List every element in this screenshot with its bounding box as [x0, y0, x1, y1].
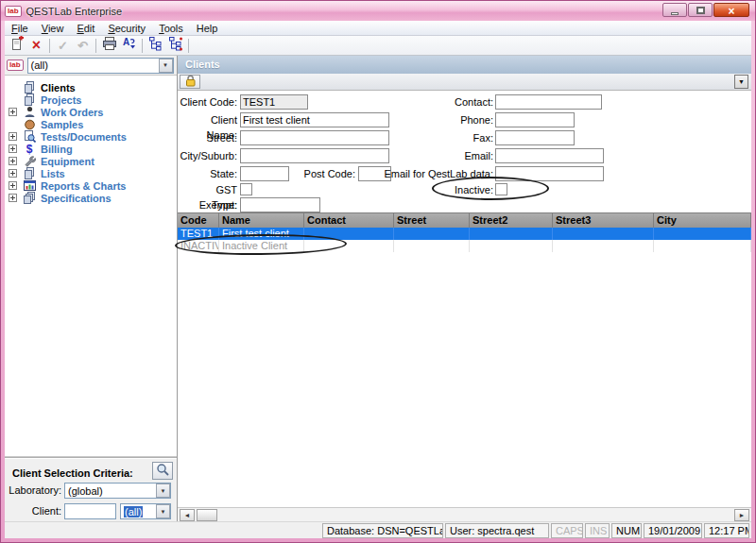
cell-city: [654, 240, 751, 252]
cell-city: [654, 228, 751, 240]
state-input[interactable]: [240, 166, 289, 181]
new-record-button[interactable]: [7, 37, 26, 55]
print-button[interactable]: [99, 37, 119, 55]
sort-icon: A: [122, 36, 137, 55]
column-header-name[interactable]: Name: [219, 213, 304, 228]
undo-icon: [77, 37, 88, 54]
grid-header-row: Code Name Contact Street Street2 Street3…: [178, 213, 751, 228]
tree-item-tests-documents[interactable]: Tests/Documents: [5, 130, 177, 143]
client-filter-input[interactable]: [64, 503, 116, 519]
time-status: 12:17 PM: [704, 523, 749, 538]
chevron-down-icon[interactable]: [159, 59, 173, 73]
toolbar-separator: [49, 39, 50, 53]
menu-tools[interactable]: Tools: [152, 22, 190, 35]
menu-file[interactable]: File: [5, 22, 35, 35]
status-bar: Database: DSN=QESTLab_USBIR User: spectr…: [5, 521, 751, 538]
equipment-icon: [23, 155, 36, 167]
tree-view-button[interactable]: [146, 37, 165, 55]
expand-icon[interactable]: [9, 194, 17, 202]
expand-icon[interactable]: [9, 144, 17, 153]
client-code-input[interactable]: [240, 94, 308, 110]
minimize-icon: [671, 12, 679, 15]
sort-button[interactable]: A: [119, 37, 139, 55]
scrollbar-thumb[interactable]: [197, 509, 217, 521]
specifications-icon: [23, 192, 36, 204]
projects-icon: [23, 93, 36, 106]
database-status: Database: DSN=QESTLab_USBIR: [322, 523, 443, 538]
menu-security[interactable]: Security: [101, 22, 152, 35]
cell-street: [394, 228, 470, 240]
criteria-title: Client Selection Criteria:: [12, 467, 133, 479]
city-suburb-input[interactable]: [240, 148, 389, 163]
tree-item-work-orders[interactable]: Work Orders: [5, 106, 177, 118]
phone-input[interactable]: [495, 112, 575, 127]
contact-input[interactable]: [495, 94, 602, 110]
column-header-city[interactable]: City: [654, 213, 751, 228]
type-input[interactable]: [240, 197, 320, 212]
street-input[interactable]: [240, 130, 389, 145]
laboratory-label: Laboratory:: [5, 484, 61, 496]
chevron-down-icon[interactable]: [156, 504, 170, 518]
menu-view[interactable]: View: [35, 22, 71, 35]
expand-icon[interactable]: [9, 132, 17, 141]
column-header-contact[interactable]: Contact: [304, 213, 394, 228]
panel-options-button[interactable]: [734, 75, 748, 89]
expand-icon[interactable]: [9, 157, 17, 165]
minimize-button[interactable]: [662, 3, 687, 17]
horizontal-scrollbar[interactable]: [178, 507, 751, 521]
tree-item-equipment[interactable]: Equipment: [5, 155, 177, 167]
scroll-left-icon[interactable]: [180, 509, 195, 521]
navigation-tree: Clients Projects Work Orders Samples: [5, 75, 177, 457]
tree-item-reports-charts[interactable]: Reports & Charts: [5, 179, 177, 192]
undo-button[interactable]: [73, 37, 93, 55]
tree-item-clients[interactable]: Clients: [5, 81, 177, 93]
column-header-street[interactable]: Street: [394, 213, 470, 228]
column-header-street2[interactable]: Street2: [470, 213, 553, 228]
tree-item-samples[interactable]: Samples: [5, 118, 177, 130]
tree-item-billing[interactable]: $ Billing: [5, 143, 177, 155]
criteria-search-button[interactable]: [152, 462, 173, 480]
scroll-right-icon[interactable]: [734, 509, 749, 521]
gst-exempt-checkbox[interactable]: [240, 183, 252, 195]
lock-button[interactable]: [180, 75, 200, 89]
close-button[interactable]: [713, 3, 749, 17]
scope-combo[interactable]: (all): [27, 58, 174, 74]
delete-button[interactable]: [26, 37, 46, 55]
chevron-down-icon[interactable]: [156, 484, 170, 498]
column-header-code[interactable]: Code: [178, 213, 219, 228]
tree-new-window-icon: [168, 36, 183, 55]
client-area: File View Edit Security Tools Help A: [5, 21, 751, 538]
menu-help[interactable]: Help: [190, 22, 225, 35]
cell-street3: [553, 228, 654, 240]
tree-item-lists[interactable]: Lists: [5, 167, 177, 179]
menu-edit[interactable]: Edit: [70, 22, 101, 35]
caps-indicator: CAPS: [551, 523, 583, 538]
laboratory-combo-value: (global): [65, 485, 156, 497]
toolbar-separator: [142, 39, 143, 53]
close-icon: [728, 2, 734, 19]
contact-label: Contact:: [380, 94, 493, 110]
expand-icon[interactable]: [9, 108, 17, 116]
tree-new-window-button[interactable]: [165, 37, 185, 55]
laboratory-combo[interactable]: (global): [64, 483, 171, 499]
clients-grid: Code Name Contact Street Street2 Street3…: [178, 212, 751, 507]
client-name-input[interactable]: [240, 112, 389, 127]
tree-view-icon: [148, 36, 163, 55]
user-status: User: spectra.qest: [445, 523, 549, 538]
cell-street3: [553, 240, 654, 252]
client-filter-combo[interactable]: (all): [120, 503, 171, 519]
city-suburb-label: City/Suburb:: [178, 148, 237, 163]
column-header-street3[interactable]: Street3: [553, 213, 654, 228]
maximize-button[interactable]: [688, 3, 713, 17]
tree-item-specifications[interactable]: Specifications: [5, 192, 177, 204]
tree-item-projects[interactable]: Projects: [5, 93, 177, 106]
inactive-annotation-ellipse: [432, 177, 549, 200]
expand-icon[interactable]: [9, 181, 17, 190]
email-input[interactable]: [495, 148, 604, 163]
expand-icon[interactable]: [9, 169, 17, 178]
fax-input[interactable]: [495, 130, 575, 145]
cell-street: [394, 240, 470, 252]
cell-street2: [470, 240, 553, 252]
gst-exempt-label: GST Exempt:: [178, 182, 237, 197]
apply-button[interactable]: [53, 37, 73, 55]
